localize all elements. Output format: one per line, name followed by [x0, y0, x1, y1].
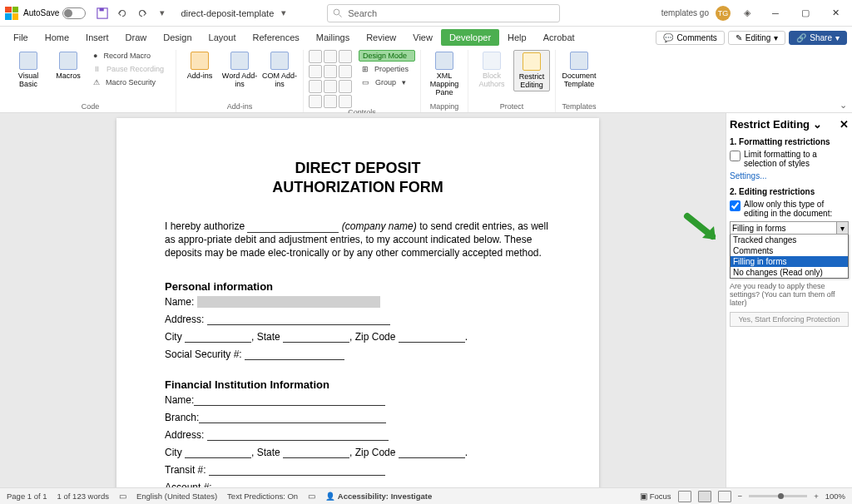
com-addins-button[interactable]: COM Add-ins	[261, 50, 298, 90]
editing-type-dropdown: Tracked changes Comments Filling in form…	[730, 234, 849, 279]
close-button[interactable]: ✕	[824, 2, 847, 25]
start-enforcing-button[interactable]: Yes, Start Enforcing Protection	[730, 312, 849, 327]
option-nochanges[interactable]: No changes (Read only)	[731, 267, 848, 278]
save-icon[interactable]	[96, 7, 109, 20]
autosave-toggle[interactable]	[62, 7, 86, 19]
annotation-arrow-icon	[682, 211, 724, 248]
option-comments[interactable]: Comments	[731, 245, 848, 256]
comments-button[interactable]: 💬 Comments	[656, 31, 724, 45]
tab-help[interactable]: Help	[499, 29, 535, 46]
ribbon-group-controls: Design Mode ⊞ Properties ▭ Group ▾ Contr…	[304, 50, 421, 112]
word-count[interactable]: 1 of 123 words	[57, 492, 109, 501]
ribbon: Visual Basic Macros ● Record Macro ⏸ Pau…	[0, 48, 852, 113]
maximize-button[interactable]: ▢	[794, 2, 817, 25]
pane-close-button[interactable]: ✕	[840, 118, 849, 131]
tab-home[interactable]: Home	[37, 29, 77, 46]
title-dropdown-icon[interactable]: ▾	[277, 7, 290, 20]
document-area: DIRECT DEPOSIT AUTHORIZATION FORM I here…	[0, 113, 852, 487]
language[interactable]: English (United States)	[136, 492, 217, 501]
field-city2: City , State , Zip Code .	[165, 447, 551, 458]
restrict-editing-button[interactable]: Restrict Editing	[513, 50, 550, 91]
document-page[interactable]: DIRECT DEPOSIT AUTHORIZATION FORM I here…	[116, 118, 599, 487]
text-predictions[interactable]: Text Predictions: On	[227, 492, 298, 501]
pane-note: Are you ready to apply these settings? (…	[730, 282, 849, 307]
macros-button[interactable]: Macros	[50, 50, 87, 82]
ribbon-group-mapping: XML Mapping Pane Mapping	[421, 50, 468, 112]
ribbon-collapse-icon[interactable]: ⌄	[840, 100, 847, 111]
zoom-in-button[interactable]: +	[814, 492, 819, 501]
zoom-slider[interactable]	[749, 495, 807, 497]
field-city: City , State , Zip Code .	[165, 331, 551, 343]
field-branch: Branch:	[165, 412, 551, 423]
zoom-level[interactable]: 100%	[825, 492, 845, 501]
formatting-checkbox[interactable]: Limit formatting to a selection of style…	[730, 150, 849, 168]
pane-dropdown-icon[interactable]: ⌄	[813, 118, 822, 131]
spell-icon[interactable]: ▭	[119, 492, 126, 501]
undo-icon[interactable]	[116, 7, 129, 20]
document-title: direct-deposit-template	[181, 8, 274, 18]
settings-link[interactable]: Settings...	[730, 171, 849, 180]
user-avatar[interactable]: TG	[716, 6, 731, 21]
tab-developer[interactable]: Developer	[441, 29, 499, 46]
doc-intro: I hereby authorize (company name) to sen…	[165, 220, 551, 260]
share-button[interactable]: 🔗 Share ▾	[789, 31, 847, 45]
pane-title: Restrict Editing ⌄ ✕	[730, 118, 849, 131]
option-tracked[interactable]: Tracked changes	[731, 235, 848, 245]
editing-button[interactable]: ✎ Editing ▾	[728, 31, 786, 45]
tab-references[interactable]: References	[245, 29, 308, 46]
controls-grid-2[interactable]	[309, 80, 352, 108]
chevron-down-icon[interactable]: ▾	[836, 222, 848, 234]
minimize-button[interactable]: ─	[764, 2, 787, 25]
tab-view[interactable]: View	[404, 29, 441, 46]
editing-checkbox[interactable]: Allow only this type of editing in the d…	[730, 200, 849, 218]
field-ssn: Social Security #:	[165, 348, 551, 360]
document-template-button[interactable]: Document Template	[561, 50, 597, 90]
view-print-icon[interactable]	[698, 491, 711, 502]
autosave-label: AutoSave	[23, 8, 59, 17]
section-personal: Personal information	[165, 280, 551, 293]
field-address2: Address:	[165, 429, 551, 441]
tab-insert[interactable]: Insert	[77, 29, 117, 46]
macro-security-button[interactable]: ⚠ Macro Security	[90, 77, 171, 88]
tab-mailings[interactable]: Mailings	[308, 29, 358, 46]
option-filling[interactable]: Filling in forms	[731, 256, 848, 267]
tab-review[interactable]: Review	[358, 29, 404, 46]
redo-icon[interactable]	[136, 7, 149, 20]
ribbon-group-protect: Block Authors Restrict Editing Protect	[468, 50, 556, 112]
search-input[interactable]: Search	[327, 4, 560, 22]
design-mode-button[interactable]: Design Mode	[359, 50, 415, 62]
svg-rect-1	[100, 7, 104, 11]
title-bar: AutoSave ▾ direct-deposit-template ▾ Sea…	[0, 0, 852, 27]
account-name[interactable]: templates go	[661, 8, 709, 17]
field-address: Address:	[165, 314, 551, 325]
page-count[interactable]: Page 1 of 1	[7, 492, 47, 501]
view-web-icon[interactable]	[718, 491, 731, 502]
tab-design[interactable]: Design	[155, 29, 200, 46]
visual-basic-button[interactable]: Visual Basic	[10, 50, 47, 90]
tab-acrobat[interactable]: Acrobat	[535, 29, 583, 46]
focus-mode[interactable]: ▣ Focus	[640, 492, 671, 501]
tab-draw[interactable]: Draw	[117, 29, 156, 46]
accessibility[interactable]: 👤 Accessibility: Investigate	[325, 492, 432, 501]
pane-section-1: 1. Formatting restrictions	[730, 137, 849, 146]
tab-layout[interactable]: Layout	[201, 29, 245, 46]
xml-mapping-button[interactable]: XML Mapping Pane	[426, 50, 463, 98]
field-name: Name:	[165, 296, 551, 309]
restrict-editing-pane: Restrict Editing ⌄ ✕ 1. Formatting restr…	[726, 113, 852, 487]
search-placeholder: Search	[348, 8, 377, 18]
diamond-icon[interactable]: ◈	[741, 7, 754, 20]
tab-file[interactable]: File	[5, 29, 37, 46]
word-addins-button[interactable]: Word Add-ins	[221, 50, 258, 90]
zoom-out-button[interactable]: −	[738, 492, 743, 501]
group-button[interactable]: ▭ Group ▾	[359, 77, 415, 88]
editing-type-select[interactable]: Filling in forms ▾	[730, 221, 849, 235]
status-bar: Page 1 of 1 1 of 123 words ▭ English (Un…	[0, 487, 852, 504]
addins-button[interactable]: Add-ins	[181, 50, 218, 82]
properties-button[interactable]: ⊞ Properties	[359, 63, 415, 75]
controls-grid-1[interactable]	[309, 50, 352, 78]
view-read-icon[interactable]	[678, 491, 691, 502]
track-changes-icon[interactable]: ▭	[308, 492, 315, 501]
record-macro-button[interactable]: ● Record Macro	[90, 50, 171, 62]
qat-dropdown-icon[interactable]: ▾	[156, 7, 169, 20]
field-name2: Name:	[165, 394, 551, 406]
